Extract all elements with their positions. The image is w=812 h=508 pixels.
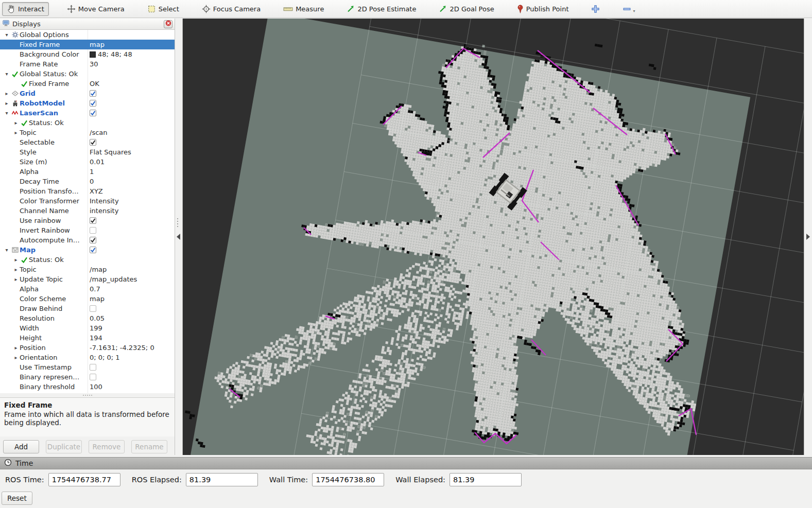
tree-row[interactable]: Use Timestamp [0,362,175,372]
tree-row[interactable]: Channel Nameintensity [0,206,175,216]
tree-row[interactable]: Binary threshold100 [0,382,175,392]
tree-row[interactable]: ▸Orientation0; 0; 0; 1 [0,353,175,362]
expand-arrow-icon[interactable]: ▾ [3,245,10,255]
property-value[interactable]: 0.05 [90,313,105,323]
tree-row[interactable]: ▸Status: Ok [0,255,175,265]
property-value[interactable]: 30 [90,59,98,69]
tree-row[interactable]: ▾LaserScan [0,108,175,118]
tree-row[interactable]: ▸Status: Ok [0,118,175,128]
property-value[interactable]: 1 [90,167,94,177]
checkbox-unchecked[interactable] [90,364,96,371]
collapse-left-icon[interactable] [177,234,180,240]
tree-row[interactable]: Alpha1 [0,167,175,177]
tree-row[interactable]: ▸Update Topic/map_updates [0,274,175,284]
collapse-arrow-icon[interactable]: ▸ [12,265,20,274]
collapse-arrow-icon[interactable]: ▸ [12,343,20,353]
add-display-button[interactable]: Add [3,440,39,453]
tree-row[interactable]: ▾Map [0,245,175,255]
tool-button-select[interactable]: Select [143,2,184,16]
checkbox-checked[interactable] [90,139,96,146]
tree-row[interactable]: Invert Rainbow [0,225,175,235]
panel-splitter-handle[interactable] [0,393,175,397]
tool-button-move-camera[interactable]: Move Camera [62,2,129,16]
tree-row[interactable]: StyleFlat Squares [0,147,175,157]
checkbox-unchecked[interactable] [90,305,96,312]
property-value[interactable]: map [90,40,105,49]
tree-row[interactable]: Fixed FrameOK [0,79,175,89]
time-field-input[interactable]: 81.39 [450,473,522,486]
property-value[interactable]: /map [90,265,107,274]
property-value[interactable]: /map_updates [90,274,137,284]
tool-button-measure[interactable]: Measure [279,3,329,15]
collapse-arrow-icon[interactable]: ▸ [3,89,10,98]
tool-button-remove-tool[interactable]: ▾ [618,2,640,16]
tree-row[interactable]: Alpha0.7 [0,284,175,294]
time-field-input[interactable]: 1754476738.77 [48,473,120,486]
tree-row[interactable]: ▸Position-7.1631; -4.2325; 0 [0,343,175,353]
tree-row[interactable]: ▸Grid [0,89,175,98]
collapse-arrow-icon[interactable]: ▸ [12,353,20,362]
collapse-arrow-icon[interactable]: ▸ [12,274,20,284]
tree-row[interactable]: ▾Global Options [0,30,175,40]
time-panel-header[interactable]: Time [0,457,812,469]
property-value[interactable]: intensity [90,206,118,216]
collapse-arrow-icon[interactable]: ▸ [12,255,20,265]
time-field-input[interactable]: 1754476738.80 [312,473,384,486]
tool-button-interact[interactable]: Interact [2,2,49,16]
tree-row[interactable]: ▾Global Status: Ok [0,69,175,79]
checkbox-unchecked[interactable] [90,374,96,380]
tool-button-goal-pose[interactable]: 2D Goal Pose [434,2,498,15]
property-value[interactable]: Intensity [90,196,119,206]
tree-row[interactable]: Color TransformerIntensity [0,196,175,206]
tree-row[interactable]: ▸RobotModel [0,98,175,108]
collapse-arrow-icon[interactable]: ▸ [12,128,20,137]
close-panel-button[interactable] [164,20,172,28]
tree-row[interactable]: ▸Topic/map [0,265,175,274]
property-value[interactable]: /scan [90,128,108,137]
checkbox-checked[interactable] [90,90,96,97]
tree-row[interactable]: Fixed Framemap [0,40,175,49]
tree-row[interactable]: Size (m)0.01 [0,157,175,167]
property-value[interactable]: 100 [90,382,102,392]
right-dock-splitter[interactable] [804,19,812,455]
property-value[interactable]: OK [90,79,99,89]
checkbox-checked[interactable] [90,247,96,253]
tree-row[interactable]: Resolution0.05 [0,313,175,323]
checkbox-checked[interactable] [90,110,96,116]
displays-tree[interactable]: ▾Global OptionsFixed FramemapBackground … [0,30,175,393]
collapse-arrow-icon[interactable]: ▸ [3,98,10,108]
property-value[interactable]: 0.7 [90,284,100,294]
property-value[interactable]: 0; 0; 0; 1 [90,353,120,362]
reset-button[interactable]: Reset [2,492,32,505]
tree-row[interactable]: Position Transfo…XYZ [0,186,175,196]
property-value[interactable]: 48; 48; 48 [90,49,132,59]
checkbox-checked[interactable] [90,217,96,224]
tree-row[interactable]: Height194 [0,333,175,343]
tree-row[interactable]: Selectable [0,137,175,147]
collapse-arrow-icon[interactable]: ▸ [12,118,20,128]
tree-row[interactable]: Use rainbow [0,216,175,225]
left-dock-splitter[interactable] [175,19,183,455]
tree-row[interactable]: Draw Behind [0,304,175,313]
tree-row[interactable]: Decay Time0 [0,177,175,186]
tool-button-focus-camera[interactable]: Focus Camera [197,2,265,16]
checkbox-checked[interactable] [90,100,96,107]
tree-row[interactable]: Width199 [0,323,175,333]
expand-arrow-icon[interactable]: ▾ [3,69,10,79]
property-value[interactable]: 194 [90,333,102,343]
property-value[interactable]: 0 [90,177,94,186]
tool-button-pose-estimate[interactable]: 2D Pose Estimate [342,2,421,15]
3d-viewport[interactable] [183,19,804,455]
tree-row[interactable]: Binary represen… [0,372,175,382]
tree-row[interactable]: Autocompute In… [0,235,175,245]
checkbox-checked[interactable] [90,237,96,243]
property-value[interactable]: -7.1631; -4.2325; 0 [90,343,154,353]
property-value[interactable]: XYZ [90,186,103,196]
time-field-input[interactable]: 81.39 [186,473,258,486]
collapse-right-icon[interactable] [806,234,810,240]
tree-row[interactable]: Color Schememap [0,294,175,304]
checkbox-unchecked[interactable] [90,227,96,234]
tree-row[interactable]: Background Color48; 48; 48 [0,49,175,59]
property-value[interactable]: map [90,294,105,304]
displays-panel-header[interactable]: Displays [0,19,175,30]
